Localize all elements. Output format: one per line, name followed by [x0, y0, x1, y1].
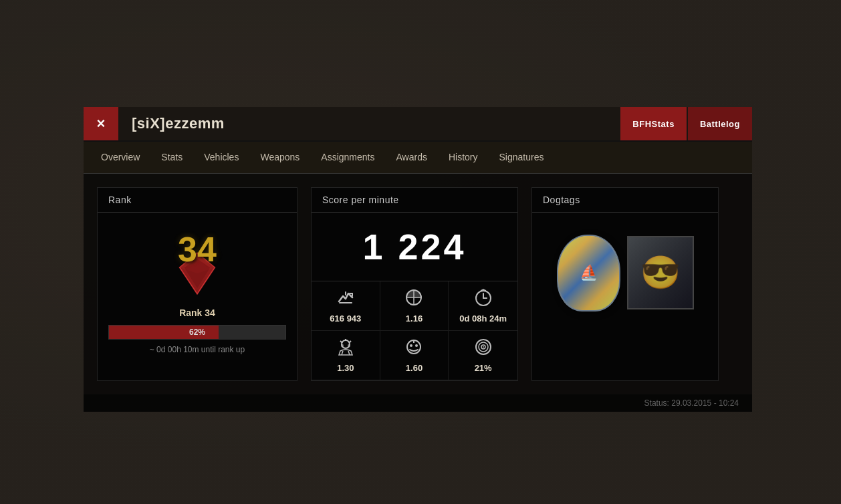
- header-bar: × [siX]ezzemm BFHStats Battlelog: [84, 107, 752, 142]
- kd-icon: [404, 288, 423, 311]
- svg-point-15: [348, 344, 350, 348]
- rank-label: Rank 34: [179, 307, 215, 318]
- tab-awards[interactable]: Awards: [385, 142, 437, 174]
- rank-display: 34 Rank 34 62% ~ 0d 00h 10m until rank u…: [98, 213, 297, 361]
- rank-panel-header: Rank: [98, 188, 297, 213]
- player-name: [siX]ezzemm: [118, 107, 620, 140]
- rank-number: 34: [178, 229, 217, 269]
- rank-until: ~ 0d 00h 10m until rank up: [150, 345, 245, 354]
- svg-point-19: [410, 344, 412, 347]
- stat-score-value: 616 943: [330, 313, 361, 324]
- bfhstats-button[interactable]: BFHStats: [620, 107, 687, 140]
- stat-time-value: 0d 08h 24m: [459, 313, 507, 324]
- svg-point-20: [415, 344, 418, 347]
- tab-weapons[interactable]: Weapons: [249, 142, 310, 174]
- tab-overview[interactable]: Overview: [90, 142, 150, 174]
- score-panel-header: Score per minute: [312, 188, 517, 213]
- score-panel: Score per minute 1 224 616 943: [311, 187, 518, 381]
- tab-signatures[interactable]: Signatures: [488, 142, 554, 174]
- score-value: 1 224: [312, 213, 517, 281]
- progress-label: 62%: [109, 326, 285, 339]
- accuracy-icon: [474, 338, 493, 360]
- stat-accuracy: 21%: [449, 331, 517, 380]
- kills-icon: [336, 338, 355, 360]
- stat-kills-value: 1.30: [337, 363, 354, 373]
- tab-stats[interactable]: Stats: [150, 142, 193, 174]
- stat-score: 616 943: [312, 281, 380, 331]
- tab-assignments[interactable]: Assignments: [310, 142, 385, 174]
- svg-line-16: [342, 351, 343, 355]
- tab-vehicles[interactable]: Vehicles: [193, 142, 249, 174]
- header-buttons: BFHStats Battlelog: [620, 107, 752, 140]
- stat-kills: 1.30: [312, 331, 380, 380]
- dogtags-body: [532, 213, 718, 333]
- stat-kd: 1.16: [380, 281, 449, 331]
- stats-grid: 616 943 1.16: [312, 281, 517, 380]
- nav-bar: Overview Stats Vehicles Weapons Assignme…: [84, 142, 752, 174]
- rank-badge: 34: [164, 226, 231, 299]
- score-total-icon: [336, 288, 355, 311]
- close-icon: ×: [97, 116, 106, 131]
- dogtags-panel: Dogtags: [531, 187, 719, 381]
- svg-line-11: [340, 341, 342, 343]
- rank-panel: Rank 34 Rank 34 62%: [97, 187, 297, 381]
- app-container: × [siX]ezzemm BFHStats Battlelog Overvie…: [84, 107, 752, 412]
- time-icon: [474, 288, 493, 311]
- dogtag-coat-badge: [557, 235, 620, 311]
- status-text: Status: 29.03.2015 - 10:24: [644, 398, 739, 408]
- stat-accuracy-value: 21%: [475, 363, 492, 373]
- stat-kd-value: 1.16: [406, 313, 423, 324]
- svg-point-14: [341, 344, 344, 348]
- battlelog-button[interactable]: Battlelog: [688, 107, 752, 140]
- stat-wl-value: 1.60: [406, 363, 423, 373]
- close-button[interactable]: ×: [84, 107, 118, 140]
- svg-line-17: [348, 351, 350, 355]
- content-area: Rank 34 Rank 34 62%: [84, 174, 752, 394]
- wl-icon: [404, 338, 423, 360]
- dogtags-panel-header: Dogtags: [532, 188, 718, 213]
- progress-bar: 62%: [108, 325, 286, 340]
- dogtag-photo: [627, 236, 694, 309]
- stat-wl: 1.60: [380, 331, 449, 380]
- tab-history[interactable]: History: [438, 142, 489, 174]
- svg-point-25: [483, 346, 484, 348]
- svg-line-12: [349, 341, 351, 343]
- status-bar: Status: 29.03.2015 - 10:24: [84, 394, 752, 412]
- stat-time: 0d 08h 24m: [449, 281, 517, 331]
